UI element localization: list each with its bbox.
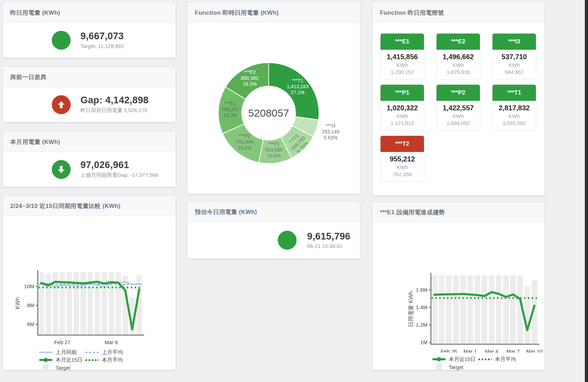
light-tile-name: ***I3 [493, 34, 536, 50]
card-header: 昨日用電量 (KWh) [3, 3, 176, 23]
legend-label: Target [449, 364, 463, 370]
target-bar [510, 275, 516, 345]
light-tile: ***E11,415,856KWh1,700,157 [380, 33, 424, 79]
target-bar [80, 272, 86, 335]
light-tile: ***P11,020,322KWh1,121,613 [380, 84, 424, 131]
legend-swatch-line [39, 352, 52, 353]
stat-subtitle: 06-21 15:34:41 [307, 243, 350, 249]
light-tile-unit: KWh [494, 62, 534, 68]
target-bar [38, 272, 44, 335]
arrow-down-circle-icon [52, 160, 71, 179]
legend-item[interactable]: 本月平均 [85, 357, 132, 363]
card-month-usage: 本月用電量 (KWh) 97,026,961 上個月同期用電Gap: -17,3… [3, 132, 176, 187]
legend-label: 本月近15日 [56, 357, 83, 363]
card-header: Function 昨日用電燈號 [373, 3, 545, 23]
x-tick-label: Feb 27 [54, 339, 71, 345]
light-tile-unit: KWh [494, 113, 534, 119]
legend-swatch-thick [39, 359, 52, 361]
card-yesterday-usage: 昨日用電量 (KWh) 9,667,073 Target: 11,128,992 [3, 3, 176, 58]
e1-chart-legend: 本月近15日本月平均Target [432, 355, 545, 371]
light-tile-unit: KWh [382, 113, 423, 119]
e1-line-chart: 1M1.2M1.4M1.6MFeb 26Mar 1Mar 4Mar 7Mar 1… [373, 222, 545, 353]
legend-item[interactable]: Target [432, 364, 479, 370]
light-tile-target: 1,700,157 [382, 69, 423, 75]
y-tick-label: 10M [24, 283, 34, 289]
legend-swatch-dot [44, 358, 48, 362]
legend-swatch-dot [437, 357, 441, 361]
card-title: Function 即時日用電量 (KWh) [195, 9, 279, 17]
light-tile-value: 1,415,856 [382, 53, 423, 61]
realtime-donut-chart: ***T11,413,18327.1%***I3293,1495.63%***T… [187, 23, 360, 194]
light-tile-unit: KWh [438, 113, 479, 119]
card-title: 2/24~3/10 近15日同期用電量比較 (KWh) [10, 202, 121, 210]
light-tile: ***T12,817,832KWh3,591,562 [492, 84, 536, 131]
target-bar [453, 275, 459, 345]
x-tick-label: Mar 7 [506, 348, 519, 353]
target-bar [524, 286, 530, 344]
target-bar [432, 275, 437, 345]
status-circle-icon [52, 31, 71, 50]
legend-label: 本月平均 [495, 356, 516, 363]
target-bar [439, 275, 445, 345]
light-tile-target: 584,861 [494, 69, 534, 75]
legend-swatch-thick [432, 358, 446, 360]
light-tile-name: ***T2 [381, 136, 424, 152]
legend-item[interactable]: 上月平均 [85, 349, 132, 356]
light-tile-value: 1,020,322 [382, 104, 423, 112]
legend-item[interactable]: 上月同期 [39, 349, 85, 356]
y-tick-label: 1.2M [416, 322, 427, 328]
stat-value: Gap: 4,142,898 [80, 95, 149, 106]
arrow-up-circle-icon [52, 95, 71, 114]
status-circle-icon [278, 231, 297, 250]
lights-grid: ***E11,415,856KWh1,700,157***E21,496,662… [380, 33, 545, 182]
x-tick-label: Mar 1 [463, 348, 477, 353]
y-tick-label: 1.6M [416, 287, 427, 293]
legend-row: 上月同期上月平均 [39, 348, 176, 356]
donut-center-total: 5208057 [248, 107, 289, 119]
light-tile-target: 1,121,613 [382, 120, 423, 126]
light-tile-unit: KWh [382, 164, 423, 170]
legend-item[interactable]: 本月近15日 [432, 356, 479, 363]
legend-label: Target [56, 365, 70, 371]
target-bar [101, 272, 107, 335]
light-tile-target: 3,591,562 [494, 120, 534, 126]
light-tile-name: ***E1 [381, 34, 424, 50]
light-tile-value: 1,496,662 [438, 53, 479, 61]
vertical-scrollbar[interactable] [585, 0, 588, 382]
legend-item[interactable]: 本月近15日 [39, 357, 85, 363]
light-tile: ***I3537,710KWh584,861 [492, 33, 536, 79]
stat-row: Gap: 4,142,898 昨日與前日用電量 5,524,175 [52, 87, 176, 122]
light-tile-value: 1,422,557 [438, 104, 479, 112]
legend-row: Target [432, 363, 545, 371]
light-tile-name: ***T1 [493, 85, 536, 101]
legend-label: 上月平均 [102, 349, 123, 356]
donut-slice-label: ***I3293,1495.63% [322, 123, 340, 140]
legend-item[interactable]: 本月平均 [479, 356, 525, 363]
card-e1-trend-chart: ***E1 設備用電達成趨勢 1M1.2M1.4M1.6MFeb 26Mar 1… [373, 202, 545, 370]
light-tile-target: 1,684,092 [438, 120, 479, 126]
light-tile-value: 537,710 [494, 53, 534, 61]
target-bar [467, 275, 473, 345]
light-tile-target: 1,675,939 [438, 69, 479, 75]
legend-label: 本月近15日 [449, 356, 476, 363]
compare-chart-legend: 上月同期上月平均本月近15日本月平均Target [39, 348, 176, 371]
light-tile: ***E21,496,662KWh1,675,939 [436, 33, 480, 79]
legend-row: Target [39, 364, 176, 371]
light-tile-value: 955,212 [382, 155, 423, 163]
legend-item[interactable]: Target [39, 364, 85, 371]
card-title: 與前一日差異 [10, 73, 47, 81]
card-title: Function 昨日用電燈號 [380, 9, 444, 17]
x-tick-label: Mar 4 [485, 348, 498, 353]
card-header: 本月用電量 (KWh) [3, 132, 176, 152]
target-bar [503, 275, 509, 345]
y-tick-label: 1.4M [416, 304, 427, 310]
card-header: 預估今日用電量 (KWh) [187, 202, 360, 222]
card-15day-compare-chart: 2/24~3/10 近15日同期用電量比較 (KWh) 6M8M10MFeb 2… [3, 196, 176, 370]
stat-value: 9,667,073 [80, 31, 124, 42]
legend-label: 本月平均 [102, 357, 123, 363]
x-tick-label: Mar 10 [526, 348, 543, 353]
light-tile-name: ***P2 [437, 85, 480, 101]
card-title: ***E1 設備用電達成趨勢 [380, 208, 445, 216]
legend-swatch-square [436, 364, 442, 370]
target-bar [475, 275, 480, 345]
